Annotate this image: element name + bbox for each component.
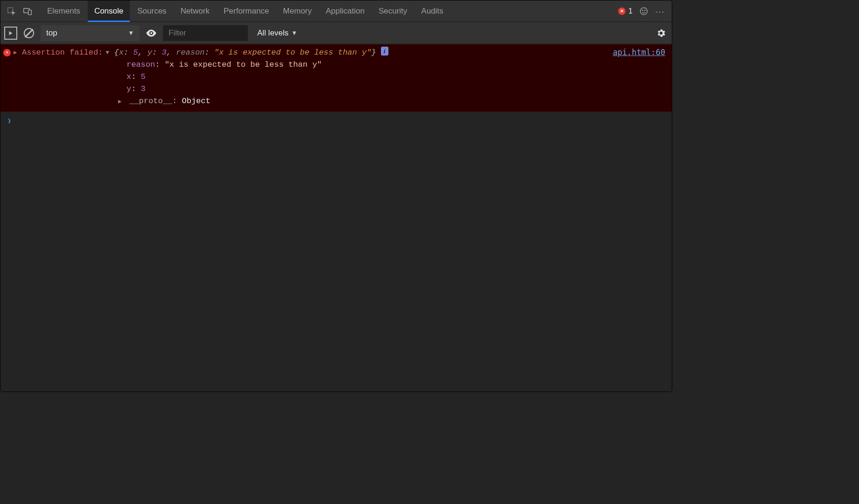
logged-object-preview[interactable]: {x: 5, y: 3, reason: "x is expected to b… xyxy=(114,47,376,59)
assertion-label: Assertion failed: xyxy=(22,47,103,59)
clear-console-icon[interactable] xyxy=(24,28,34,38)
tab-security[interactable]: Security xyxy=(372,0,414,22)
tab-application[interactable]: Application xyxy=(319,0,371,22)
object-proto-row[interactable]: ▶ __proto__: Object xyxy=(3,95,669,108)
execution-context-select[interactable]: top ▼ xyxy=(41,25,140,41)
assertion-summary-row: ▶ Assertion failed: ▼ {x: 5, y: 3, reaso… xyxy=(3,47,669,59)
console-toolbar: top ▼ All levels ▼ xyxy=(0,22,672,44)
info-badge-icon[interactable]: i xyxy=(381,47,388,56)
console-settings-icon[interactable] xyxy=(654,26,668,40)
devtools-tabbar: Elements Console Sources Network Perform… xyxy=(0,0,672,22)
feedback-smiley-icon[interactable] xyxy=(636,4,651,19)
object-collapse-triangle-icon[interactable]: ▼ xyxy=(106,47,111,59)
tab-elements[interactable]: Elements xyxy=(41,0,87,22)
console-messages: api.html:60 ▶ Assertion failed: ▼ {x: 5,… xyxy=(0,44,672,392)
error-count-value: 1 xyxy=(628,7,633,15)
expand-triangle-icon[interactable]: ▶ xyxy=(118,96,125,108)
svg-point-6 xyxy=(150,32,152,34)
prompt-caret-icon: › xyxy=(7,115,12,127)
tab-network[interactable]: Network xyxy=(174,0,216,22)
error-count-badge[interactable]: 1 xyxy=(618,7,633,15)
error-icon xyxy=(3,49,11,56)
svg-point-5 xyxy=(645,10,645,10)
tab-sources[interactable]: Sources xyxy=(131,0,173,22)
device-toolbar-icon[interactable] xyxy=(20,4,35,19)
more-menu-icon[interactable]: ⋯ xyxy=(652,5,668,17)
tab-performance[interactable]: Performance xyxy=(217,0,275,22)
log-levels-select[interactable]: All levels ▼ xyxy=(253,25,302,41)
console-input-prompt[interactable]: › xyxy=(0,112,672,392)
console-error-message[interactable]: api.html:60 ▶ Assertion failed: ▼ {x: 5,… xyxy=(0,44,672,112)
svg-point-4 xyxy=(642,10,643,10)
svg-rect-2 xyxy=(28,10,32,14)
object-property-row[interactable]: y: 3 xyxy=(3,83,669,95)
live-expression-icon[interactable] xyxy=(144,26,158,40)
tab-audits[interactable]: Audits xyxy=(415,0,450,22)
tab-memory[interactable]: Memory xyxy=(276,0,318,22)
object-property-row[interactable]: reason: "x is expected to be less than y… xyxy=(3,59,669,71)
svg-point-3 xyxy=(641,7,648,14)
tab-console[interactable]: Console xyxy=(88,0,130,22)
execution-context-value: top xyxy=(46,28,57,38)
log-levels-label: All levels xyxy=(257,28,289,38)
filter-input[interactable] xyxy=(163,25,248,41)
inspect-element-icon[interactable] xyxy=(4,4,19,19)
source-link[interactable]: api.html:60 xyxy=(613,48,665,57)
toggle-console-sidebar-icon[interactable] xyxy=(4,27,17,40)
object-property-row[interactable]: x: 5 xyxy=(3,71,669,83)
devtools-window: Elements Console Sources Network Perform… xyxy=(0,0,672,392)
error-icon xyxy=(618,7,626,15)
chevron-down-icon: ▼ xyxy=(128,29,134,36)
expand-triangle-icon[interactable]: ▶ xyxy=(14,47,19,59)
chevron-down-icon: ▼ xyxy=(291,29,297,36)
